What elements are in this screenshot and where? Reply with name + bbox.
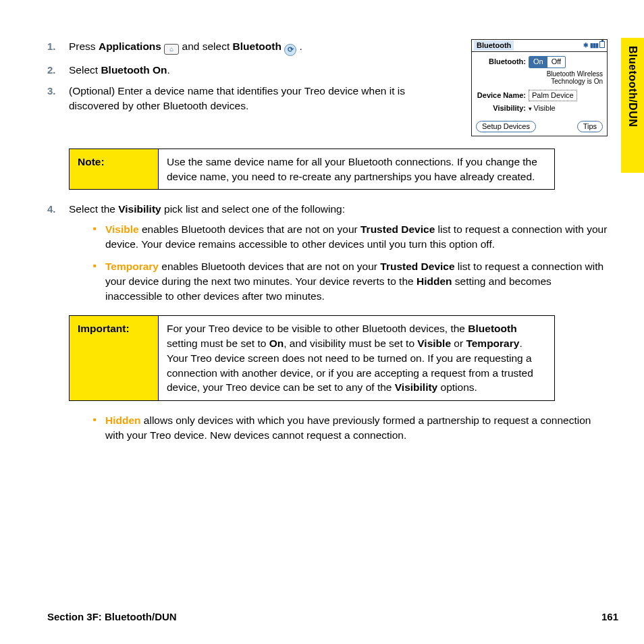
bt-status-icon: ✱: [583, 41, 589, 50]
page-footer: Section 3F: Bluetooth/DUN 161: [47, 610, 618, 624]
device-screenshot: Bluetooth ✱ ▮▮▮ Bluetooth: On Off Blueto…: [471, 39, 608, 136]
important-label: Important:: [70, 316, 159, 400]
mock-visibility-picker: Visible: [529, 103, 556, 113]
step-3: (Optional) Enter a device name that iden…: [47, 84, 462, 113]
note-text: Use the same device name for all your Bl…: [159, 149, 554, 189]
page-content: Press Applications ⌂ and select Bluetoot…: [47, 39, 608, 442]
section-label: Section 3F: Bluetooth/DUN: [47, 610, 177, 624]
side-tab-label: Bluetooth/DUN: [625, 46, 640, 127]
bluetooth-icon: ⟳: [284, 44, 296, 56]
visibility-option-temporary: Temporary enables Bluetooth devices that…: [93, 259, 608, 303]
page-number: 161: [601, 610, 618, 624]
important-text: For your Treo device to be visible to ot…: [159, 316, 554, 400]
mock-status-icons: ✱ ▮▮▮: [583, 41, 605, 50]
applications-icon: ⌂: [164, 44, 179, 55]
note-label: Note:: [70, 149, 159, 189]
note-callout: Note: Use the same device name for all y…: [69, 149, 555, 190]
step-1: Press Applications ⌂ and select Bluetoot…: [47, 39, 462, 56]
visibility-option-hidden: Hidden allows only devices with which yo…: [93, 413, 608, 442]
signal-icon: ▮▮▮: [590, 41, 598, 50]
mock-bluetooth-toggle: On Off: [529, 56, 566, 68]
mock-title: Bluetooth: [474, 41, 514, 51]
step-2: Select Bluetooth On.: [47, 63, 462, 78]
important-callout: Important: For your Treo device to be vi…: [69, 315, 555, 400]
visibility-option-visible: Visible enables Bluetooth devices that a…: [93, 222, 608, 251]
section-side-tab: Bluetooth/DUN: [621, 38, 644, 173]
mock-tips-button: Tips: [577, 121, 603, 132]
mock-setup-devices-button: Setup Devices: [476, 121, 536, 132]
battery-icon: [599, 41, 605, 48]
step-4: Select the Visibility pick list and sele…: [47, 202, 608, 442]
mock-device-name: Palm Device: [529, 90, 577, 101]
